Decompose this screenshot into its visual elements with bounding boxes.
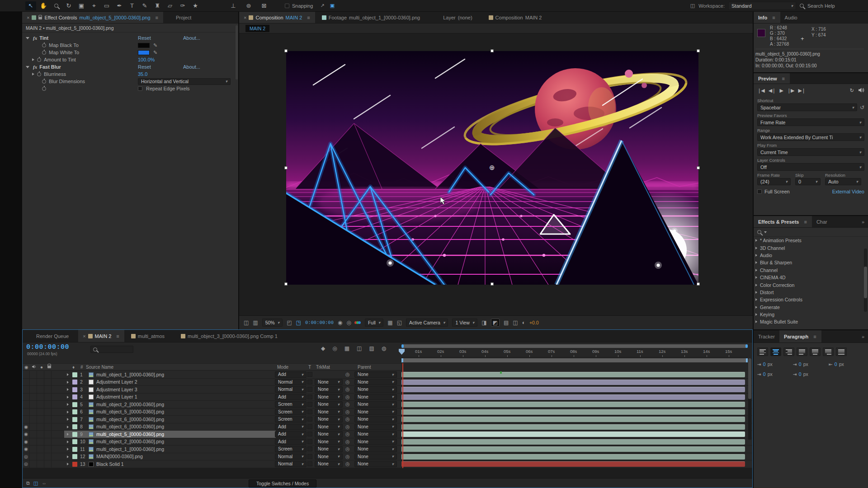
effects-category-row[interactable]: Channel [754, 267, 868, 274]
video-eye-icon[interactable] [23, 408, 30, 416]
layer-duration-bar[interactable] [401, 446, 745, 452]
parent-pick-whip-icon[interactable]: ◎ [345, 401, 350, 407]
type-tool[interactable]: T [127, 1, 137, 10]
parent-pick-whip-icon[interactable]: ◎ [345, 439, 350, 445]
layer-duration-bar[interactable] [401, 402, 745, 407]
expand-arrow-icon[interactable] [755, 284, 757, 286]
parent-pick-whip-icon[interactable]: ◎ [345, 394, 350, 400]
video-eye-icon[interactable]: ◉ [23, 431, 30, 438]
layer-duration-bar[interactable] [401, 424, 745, 430]
av-switches[interactable]: ◉ [23, 438, 59, 446]
av-switches[interactable] [23, 408, 59, 416]
next-frame-button[interactable]: ❘▶ [787, 88, 794, 94]
selection-handle[interactable] [491, 49, 494, 52]
selection-handle[interactable] [491, 282, 494, 286]
indent-first-line[interactable]: ⇥ 0 px [793, 361, 829, 367]
expand-arrow-icon[interactable] [67, 441, 69, 443]
expand-arrow-icon[interactable] [755, 269, 757, 272]
tint-reset-link[interactable]: Reset [138, 35, 151, 41]
multi_object_2_[0000-0360].png[interactable]: 5 multi_object_2_[0000-0360].png Screen▾… [23, 401, 752, 408]
magnification-icon[interactable]: ▥ [253, 319, 258, 326]
expand-layer-switches-icon[interactable]: ⧉ [26, 480, 30, 486]
preserve-transparency-toggle[interactable] [307, 432, 312, 436]
trkmat-dropdown[interactable]: None▾ [315, 394, 343, 400]
layer-name[interactable]: multi_object_6_[0000-0360].png [96, 424, 277, 429]
trkmat-dropdown[interactable]: None▾ [315, 401, 343, 408]
audio-toggle[interactable] [30, 460, 37, 468]
expand-arrow-icon[interactable] [67, 373, 69, 376]
blend-mode-dropdown[interactable]: Add▾ [275, 424, 307, 430]
av-switches[interactable]: ◎ [23, 460, 59, 468]
blend-mode-dropdown[interactable]: Add▾ [275, 431, 307, 437]
composition-canvas[interactable]: ⊕ [286, 51, 698, 285]
expand-in-out-icon[interactable]: ⇔ [42, 480, 47, 486]
frame-rate-dropdown[interactable]: (24)▾ [757, 178, 791, 185]
brush-tool[interactable]: ✎ [139, 1, 150, 10]
preserve-transparency-toggle[interactable] [307, 380, 312, 385]
layer-name[interactable]: multi_object_2_[0000-0360].png [96, 439, 277, 444]
blend-mode-dropdown[interactable]: Screen▾ [275, 409, 307, 415]
solo-toggle[interactable] [37, 460, 44, 468]
av-switches[interactable]: ◉ [23, 423, 59, 431]
blend-mode-dropdown[interactable]: Add▾ [275, 371, 307, 378]
fast-blur-reset-link[interactable]: Reset [138, 64, 151, 70]
layer-duration-bar[interactable] [401, 372, 745, 377]
label-color-chip[interactable] [72, 447, 77, 452]
stopwatch-icon[interactable] [37, 58, 41, 62]
indent-value[interactable]: 0 [763, 371, 766, 377]
expand-arrow-icon[interactable] [67, 403, 69, 406]
expand-arrow-icon[interactable] [755, 276, 757, 279]
preserve-transparency-toggle[interactable] [307, 424, 312, 429]
parent-pick-whip-icon[interactable]: ◎ [345, 461, 350, 467]
audio-toggle[interactable] [30, 394, 37, 401]
indent-left-margin[interactable]: ⇥ 0 px [757, 361, 793, 367]
av-switches[interactable]: ◉ [23, 446, 59, 453]
mute-audio-icon[interactable] [859, 88, 864, 94]
parent-dropdown[interactable]: None▾ [354, 409, 397, 415]
label-color-chip[interactable] [72, 424, 77, 429]
effects-category-row[interactable]: Magic Bullet Suite [754, 318, 868, 325]
expand-arrow-icon[interactable] [67, 411, 69, 413]
trkmat-dropdown[interactable]: None▾ [315, 439, 343, 445]
lock-toggle[interactable] [44, 379, 52, 386]
layer-name[interactable]: Adjustment Layer 3 [96, 387, 277, 392]
parent-pick-whip-icon[interactable]: ◎ [345, 416, 350, 422]
parent-dropdown[interactable]: None▾ [354, 461, 397, 467]
Adjustment Layer 3[interactable]: 3 Adjustment Layer 3 Normal▾ None▾ ◎ Non… [23, 386, 752, 394]
multi_object_6_[0000-0360].png[interactable]: ◉ 8 multi_object_6_[0000-0360].png Add▾ … [23, 423, 752, 431]
video-eye-icon[interactable] [23, 416, 30, 423]
lock-toggle[interactable] [44, 401, 52, 408]
tab-footage[interactable]: Footage multi_object_1_[0000-0360].png [315, 12, 430, 23]
parent-dropdown[interactable]: None▾ [354, 416, 397, 422]
selection-handle[interactable] [284, 166, 288, 169]
layer-duration-bar[interactable] [401, 439, 745, 445]
preserve-transparency-toggle[interactable] [307, 394, 312, 399]
tab-layer[interactable]: Layer (none) [429, 12, 481, 23]
parent-pick-whip-icon[interactable]: ◎ [345, 424, 350, 430]
preserve-transparency-toggle[interactable] [307, 402, 312, 407]
parent-dropdown[interactable]: None▾ [354, 446, 397, 452]
blend-mode-dropdown[interactable]: Screen▾ [275, 401, 307, 408]
pan-behind-tool[interactable]: ⌖ [89, 1, 99, 10]
eraser-tool[interactable]: ▱ [165, 1, 175, 10]
effects-category-row[interactable]: Generate [754, 304, 868, 311]
view-axis-mode-icon[interactable]: ⊠ [259, 1, 269, 10]
audio-toggle[interactable] [30, 379, 37, 386]
audio-toggle[interactable] [30, 408, 37, 416]
layer-name[interactable]: multi_object_2_[0000-0360].png [96, 402, 277, 407]
layer-duration-bar[interactable] [401, 380, 745, 385]
audio-toggle[interactable] [30, 446, 37, 453]
preserve-transparency-toggle[interactable] [307, 439, 312, 444]
map-white-color-swatch[interactable] [138, 50, 150, 55]
trkmat-dropdown[interactable]: None▾ [315, 454, 343, 460]
stopwatch-icon[interactable] [42, 51, 46, 55]
close-icon[interactable]: × [83, 333, 85, 339]
Black Solid 1[interactable]: ◎ 13 Black Solid 1 Normal▾ None▾ ◎ None▾ [23, 460, 752, 468]
selection-handle[interactable] [697, 282, 700, 286]
rotation-tool[interactable]: ↻ [63, 1, 74, 10]
layer-name[interactable]: Adjustment Layer 2 [96, 379, 277, 385]
parent-dropdown[interactable]: None▾ [354, 401, 397, 408]
label-color-chip[interactable] [72, 439, 77, 444]
justify-last-right-button[interactable] [823, 347, 834, 356]
snap-along-edges-icon[interactable]: ↗ [321, 3, 325, 9]
